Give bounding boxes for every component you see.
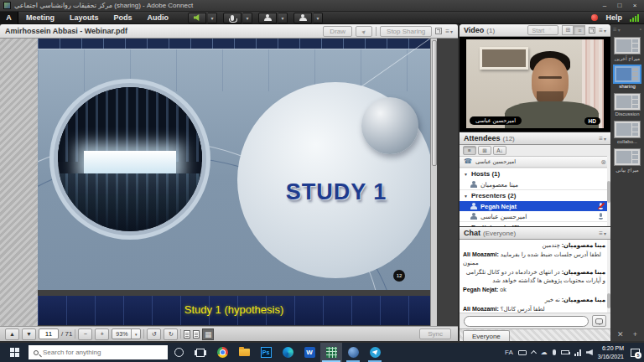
layout-item-sharing[interactable]: sharing: [610, 65, 644, 89]
zoom-in-button[interactable]: +: [95, 328, 109, 340]
layout-item-5[interactable]: میراج بیانی: [610, 148, 644, 173]
video-count: (1): [486, 27, 495, 34]
next-page-button[interactable]: ▼: [22, 328, 36, 340]
rotate-right-button[interactable]: ↻: [164, 328, 178, 340]
breakout-view-button[interactable]: ⊞: [478, 146, 491, 155]
layouts-panel-menu[interactable]: ≡▾: [613, 26, 621, 34]
menu-pods[interactable]: Pods: [106, 13, 140, 22]
attendees-pod-menu[interactable]: ≡▾: [599, 135, 606, 142]
menu-audio[interactable]: Audio: [140, 13, 177, 22]
taskbar-telegram[interactable]: [364, 343, 386, 362]
help-menu[interactable]: Help: [605, 13, 622, 22]
taskbar-file-explorer[interactable]: [233, 343, 255, 362]
speaker-dropdown[interactable]: ▾: [208, 13, 217, 23]
fullscreen-icon[interactable]: [589, 27, 595, 34]
pin-panel-icon[interactable]: ▫: [640, 27, 641, 32]
layout-item-collaboration[interactable]: collabo...: [610, 121, 644, 144]
chrome-icon: [217, 347, 228, 358]
thumbnail-panel-button[interactable]: ▦: [202, 328, 214, 340]
speaker-button[interactable]: [188, 13, 206, 23]
wall-picture: [480, 47, 528, 70]
network-icon[interactable]: [574, 349, 581, 356]
draw-button[interactable]: Draw: [323, 26, 352, 37]
battery-icon[interactable]: [561, 350, 569, 354]
minimize-button[interactable]: –: [597, 0, 612, 11]
taskbar-cortana[interactable]: [168, 343, 190, 362]
action-center-icon[interactable]: 5: [631, 349, 640, 357]
sync-button[interactable]: Sync: [419, 328, 451, 339]
page-number-input[interactable]: [39, 328, 59, 339]
close-button[interactable]: ×: [627, 0, 642, 11]
fullscreen-icon[interactable]: [435, 28, 442, 34]
volume-icon[interactable]: [586, 349, 593, 355]
webcam-dropdown[interactable]: ▾: [278, 13, 288, 23]
collapse-icon: ▼: [464, 225, 468, 227]
taskbar-task-view[interactable]: [190, 343, 211, 362]
maximize-button[interactable]: □: [612, 0, 627, 11]
start-webcam-button[interactable]: Start: [527, 25, 559, 35]
hosts-group-header[interactable]: ▼ Hosts (1): [460, 168, 610, 179]
hidden-icons-chevron[interactable]: [531, 350, 537, 356]
taskbar-chrome[interactable]: [211, 343, 233, 362]
add-layout-icon[interactable]: +: [633, 330, 637, 339]
microphone-tray-icon[interactable]: [553, 349, 556, 355]
send-message-button[interactable]: [592, 315, 606, 327]
microphone-icon: [231, 15, 234, 21]
previous-page-button[interactable]: ▲: [5, 328, 19, 340]
layout-item-1[interactable]: میراج آخرین: [610, 37, 644, 61]
attendee-row-host[interactable]: مینا معصومیان: [460, 179, 610, 189]
pointer-button[interactable]: ▸: [356, 26, 372, 37]
chat-message: مینا معصومیان: در انتهای خردادماه در دو …: [463, 268, 605, 284]
onedrive-cloud-icon[interactable]: ☁: [541, 349, 548, 356]
taskbar-search[interactable]: [29, 345, 168, 359]
share-scrollbar-thumb[interactable]: [432, 40, 437, 166]
filmstrip-view-button[interactable]: ≡: [574, 25, 585, 35]
taskbar-skype[interactable]: [342, 343, 364, 362]
search-input[interactable]: [43, 349, 152, 356]
video-pod-menu[interactable]: ≡▾: [599, 27, 606, 34]
zoom-dropdown-icon[interactable]: ▾: [131, 329, 140, 339]
menu-meeting[interactable]: Meeting: [18, 13, 62, 22]
dismiss-speaker-icon[interactable]: ⊗: [600, 158, 606, 166]
layout-thumbnail: [614, 65, 641, 83]
stop-sharing-button[interactable]: Stop Sharing: [380, 26, 432, 37]
webcam-button[interactable]: [258, 13, 277, 23]
start-button[interactable]: [0, 343, 29, 362]
skype-icon: [348, 347, 359, 358]
microphone-dropdown[interactable]: ▾: [243, 13, 252, 23]
status-dropdown[interactable]: ▾: [314, 13, 323, 23]
fit-page-icon[interactable]: [184, 330, 190, 339]
language-indicator[interactable]: FA: [505, 349, 513, 356]
zoom-out-button[interactable]: −: [78, 328, 92, 340]
taskbar-edge[interactable]: [277, 343, 299, 362]
video-pod-title: Video: [464, 26, 484, 34]
sort-attendees-button[interactable]: A↓: [493, 146, 506, 155]
delete-layout-icon[interactable]: ✕: [617, 330, 624, 339]
microphone-button[interactable]: [223, 13, 242, 23]
attendee-row[interactable]: امیرحسین عباسی: [460, 211, 610, 221]
share-scrollbar[interactable]: [430, 39, 437, 326]
participants-group-header[interactable]: ▼ Participants (9): [460, 221, 610, 226]
divider: [75, 329, 75, 339]
chat-tab-everyone[interactable]: Everyone: [463, 330, 510, 341]
attendee-list-view-button[interactable]: ≡: [463, 146, 476, 155]
presentation-controls: ▲ ▼ / 71 − + 93% ▾ ↺ ↻ ▦ Sync: [0, 326, 458, 341]
taskbar-photoshop[interactable]: Ps: [255, 343, 277, 362]
chat-pod-menu[interactable]: ≡▾: [599, 230, 606, 237]
share-pod-menu[interactable]: ≡▾: [445, 28, 453, 35]
taskbar-word[interactable]: W: [299, 343, 320, 362]
taskbar-excel-active[interactable]: [320, 343, 342, 362]
status-button[interactable]: [293, 13, 312, 23]
zoom-level-select[interactable]: 93% ▾: [112, 328, 141, 339]
layout-item-discussion[interactable]: Discussion: [610, 93, 644, 116]
keyboard-icon[interactable]: [518, 350, 527, 355]
chat-input[interactable]: [464, 316, 589, 327]
rotate-left-button[interactable]: ↺: [147, 328, 161, 340]
attendee-row-selected[interactable]: Pegah Nejat: [460, 201, 610, 211]
connection-signal-icon[interactable]: [630, 13, 639, 22]
grid-view-button[interactable]: ⊞: [562, 25, 574, 35]
presenters-group-header[interactable]: ▼ Presenters (2): [460, 189, 610, 201]
fit-width-icon[interactable]: [193, 330, 200, 339]
taskbar-clock[interactable]: 6:20 PM 3/16/2021: [598, 344, 624, 360]
menu-layouts[interactable]: Layouts: [62, 13, 106, 22]
